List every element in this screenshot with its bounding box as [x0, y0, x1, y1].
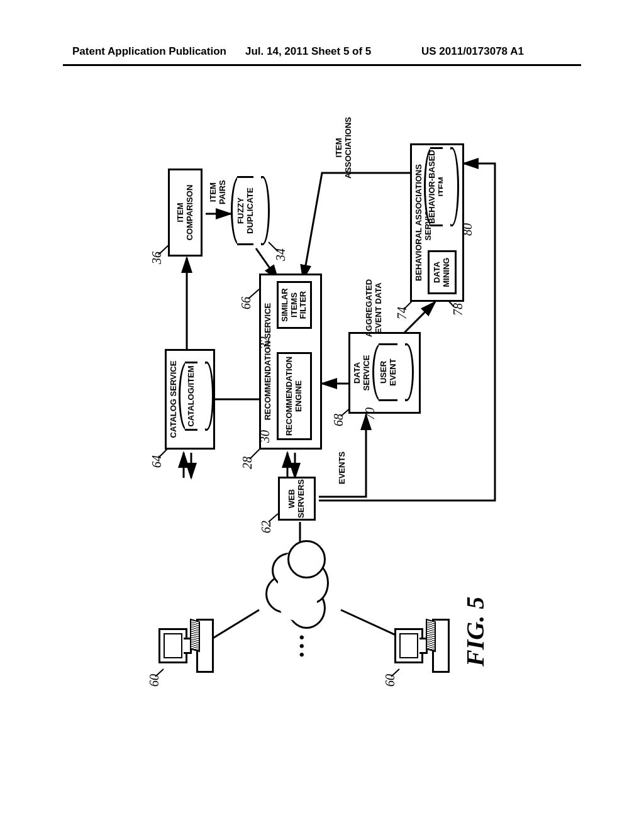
header-rule: [63, 64, 581, 66]
ref-78: 78: [451, 303, 465, 316]
header-right: US 2011/0173078 A1: [421, 45, 524, 58]
user-event-data-db: USEREVENTDATA: [372, 343, 414, 401]
network-cloud-icon: [262, 538, 331, 632]
ref-64: 64: [150, 455, 164, 468]
ref-66: 66: [239, 297, 253, 309]
ref-34: 34: [274, 248, 288, 261]
header-mid: Jul. 14, 2011 Sheet 5 of 5: [245, 45, 371, 58]
data-service-label: DATASERVICE: [353, 355, 372, 391]
similar-items-filter-label: SIMILARITEMSFILTER: [280, 288, 309, 321]
ref-68: 68: [331, 414, 346, 426]
item-comparison-box: ITEMCOMPARISON: [168, 169, 203, 257]
header-left: Patent Application Publication: [72, 45, 226, 58]
ref-74: 74: [395, 307, 409, 319]
behavior-based-assoc-db: BEHAVIOR-BASEDITEM ASSOCIATIONS: [424, 147, 459, 226]
figure-caption: FIG. 5: [460, 597, 490, 667]
item-associations-edge-label: ITEMASSOCIATIONS: [335, 113, 353, 182]
data-mining-label: DATAMINING: [433, 258, 452, 287]
ref-62: 62: [259, 521, 274, 533]
recommendation-engine-label: RECOMMENDATIONENGINE: [285, 357, 304, 436]
aggregated-event-data-edge-label: AGGREGATEDEVENT DATA: [365, 274, 384, 343]
ref-32: 32: [258, 336, 272, 349]
web-servers-box: WEBSERVERS: [278, 477, 316, 521]
recommendation-engine-box: RECOMMENDATIONENGINE: [277, 352, 312, 440]
ref-80: 80: [460, 223, 475, 236]
ellipsis-icon: •••: [294, 631, 310, 657]
data-mining-box: DATAMINING: [428, 250, 457, 294]
ref-70: 70: [363, 407, 377, 420]
events-edge-label: EVENTS: [338, 451, 347, 484]
client-computer-icon: [394, 622, 451, 673]
ref-60a: 60: [147, 674, 162, 687]
recommendation-service-label: RECOMMENDATION SERVICE: [264, 303, 273, 421]
page: Patent Application Publication Jul. 14, …: [0, 0, 644, 830]
item-comparison-label: ITEMCOMPARISON: [176, 185, 195, 241]
ref-30: 30: [258, 430, 272, 443]
client-computer-icon: [158, 622, 215, 673]
figure-5-diagram: ••• 60 60 WEBSERVERS 62 CATALOG SERVICE …: [146, 138, 498, 692]
fuzzy-duplicate-pairs-db: FUZZYDUPLICATEPAIRS: [231, 176, 270, 245]
catalog-service-label: CATALOG SERVICE: [169, 361, 179, 438]
ref-60b: 60: [383, 674, 397, 687]
web-servers-label: WEBSERVERS: [287, 479, 306, 518]
catalog-item-content-db: CATALOG/ITEMCONTENT: [179, 362, 214, 431]
item-pairs-label: ITEMPAIRS: [209, 180, 228, 204]
ref-36: 36: [150, 252, 164, 264]
ref-28: 28: [240, 456, 255, 469]
similar-items-filter-box: SIMILARITEMSFILTER: [277, 281, 312, 329]
